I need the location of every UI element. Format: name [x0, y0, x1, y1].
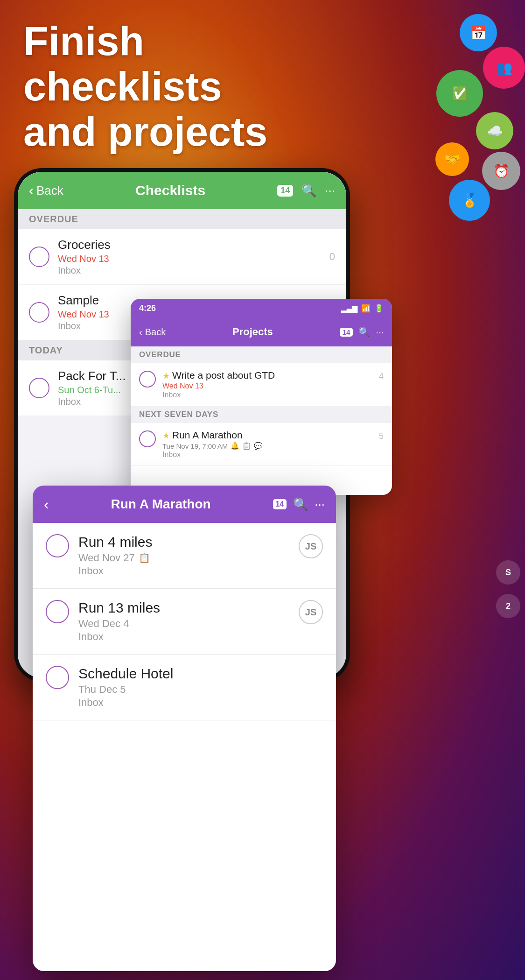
award-icon: 🏅: [449, 180, 490, 221]
avatar-text-13miles: JS: [305, 607, 316, 618]
side-circle-1: S: [496, 560, 520, 585]
search-icon-checklists[interactable]: 🔍: [301, 183, 316, 198]
projects-nav-icons: 14 🔍 ···: [340, 326, 384, 338]
hotel-content: Schedule Hotel Thu Dec 5 Inbox: [78, 666, 323, 709]
4miles-content: Run 4 miles Wed Nov 27 📋 Inbox: [78, 534, 289, 577]
back-button-projects[interactable]: ‹ Back: [139, 327, 166, 338]
4miles-inbox: Inbox: [78, 565, 289, 577]
hero-line1: Finish checklists: [23, 18, 222, 109]
avatar-4miles: JS: [299, 534, 323, 558]
check-gtd[interactable]: [139, 371, 156, 388]
projects-item-marathon[interactable]: ★ Run A Marathon Tue Nov 19, 7:00 AM 🔔 📋…: [131, 423, 392, 466]
note-icon-4miles: 📋: [139, 552, 150, 564]
13miles-content: Run 13 miles Wed Dec 4 Inbox: [78, 600, 289, 643]
projects-next7-header: NEXT SEVEN DAYS: [131, 406, 392, 423]
chat-icon: 💬: [254, 442, 263, 450]
hotel-title: Schedule Hotel: [78, 666, 323, 682]
check-groceries[interactable]: [29, 247, 49, 267]
back-label-checklists: Back: [36, 183, 63, 198]
marathon-title: ★ Run A Marathon: [162, 430, 372, 441]
checklists-title: Checklists: [63, 183, 277, 198]
gtd-count: 4: [379, 370, 384, 381]
marathon-item-4miles[interactable]: Run 4 miles Wed Nov 27 📋 Inbox JS: [33, 523, 336, 589]
projects-navbar: ‹ Back Projects 14 🔍 ···: [131, 317, 392, 346]
gtd-title-text: Write a post about GTD: [172, 370, 275, 381]
marathon-date-row: Tue Nov 19, 7:00 AM 🔔 📋 💬: [162, 442, 372, 450]
groceries-inbox: Inbox: [58, 265, 321, 276]
more-icon-marathon[interactable]: ···: [315, 497, 325, 512]
floating-icons: 📅 👥 ✅ ☁️ 🤝 ⏰ 🏅: [408, 5, 525, 201]
back-label-projects: Back: [145, 327, 166, 338]
projects-item-gtd[interactable]: ★ Write a post about GTD Wed Nov 13 Inbo…: [131, 363, 392, 406]
groceries-title: Groceries: [58, 238, 321, 252]
groceries-content: Groceries Wed Nov 13 Inbox: [58, 238, 321, 276]
check-4miles[interactable]: [46, 534, 69, 557]
4miles-title: Run 4 miles: [78, 534, 289, 550]
team-icon: 🤝: [435, 142, 469, 176]
check-13miles[interactable]: [46, 600, 69, 623]
list-item-groceries[interactable]: Groceries Wed Nov 13 Inbox 0: [18, 229, 346, 285]
hotel-date: Thu Dec 5: [78, 684, 126, 696]
13miles-date-row: Wed Dec 4: [78, 618, 289, 630]
avatar-13miles: JS: [299, 600, 323, 624]
marathon-navbar: ‹ Run A Marathon 14 🔍 ···: [33, 486, 336, 523]
projects-title: Projects: [166, 326, 340, 338]
4miles-date: Wed Nov 27: [78, 552, 135, 564]
check-sample[interactable]: [29, 302, 49, 323]
alarm-icon: 🔔: [231, 442, 239, 450]
marathon-date: Tue Nov 19, 7:00 AM: [162, 442, 228, 450]
star-gtd: ★: [162, 371, 172, 381]
marathon-item-13miles[interactable]: Run 13 miles Wed Dec 4 Inbox JS: [33, 589, 336, 655]
calendar-icon: 📅: [460, 14, 497, 51]
clock-icon: ⏰: [482, 152, 520, 190]
back-chevron-marathon[interactable]: ‹: [44, 496, 49, 513]
gtd-title: ★ Write a post about GTD: [162, 370, 372, 381]
checklist-icon: ✅: [436, 70, 483, 117]
hero-line2: and projects: [23, 108, 267, 155]
check-pack[interactable]: [29, 378, 49, 398]
groceries-count: 0: [329, 251, 335, 263]
more-icon-checklists[interactable]: ···: [325, 183, 335, 198]
back-button-checklists[interactable]: ‹ Back: [29, 183, 63, 198]
gtd-inbox: Inbox: [162, 391, 372, 399]
marathon-detail-screen: ‹ Run A Marathon 14 🔍 ··· Run 4 miles We…: [33, 486, 336, 971]
hero-title: Finish checklists and projects: [23, 19, 294, 154]
marathon-item-hotel[interactable]: Schedule Hotel Thu Dec 5 Inbox: [33, 655, 336, 720]
marathon-count: 5: [379, 430, 384, 441]
checklists-nav-icons: 14 🔍 ···: [277, 183, 335, 198]
battery-icon: 🔋: [374, 304, 384, 313]
signal-icon: ▂▄▆: [341, 304, 357, 313]
side-decoration: S 2: [496, 560, 520, 627]
13miles-date: Wed Dec 4: [78, 618, 129, 630]
projects-overdue-header: OVERDUE: [131, 346, 392, 363]
back-chevron-projects: ‹: [139, 327, 142, 338]
4miles-date-row: Wed Nov 27 📋: [78, 552, 289, 564]
people-icon: 👥: [483, 47, 525, 89]
gtd-content: ★ Write a post about GTD Wed Nov 13 Inbo…: [162, 370, 372, 399]
more-icon-projects[interactable]: ···: [376, 327, 384, 338]
cloud-icon: ☁️: [476, 112, 513, 149]
13miles-inbox: Inbox: [78, 631, 289, 643]
marathon-inbox: Inbox: [162, 451, 372, 459]
marathon-content: ★ Run A Marathon Tue Nov 19, 7:00 AM 🔔 📋…: [162, 430, 372, 459]
marathon-nav-icons: 14 🔍 ···: [273, 497, 325, 512]
status-icons: ▂▄▆ 📶 🔋: [341, 304, 384, 313]
marathon-title-text: Run A Marathon: [172, 430, 243, 440]
hotel-date-row: Thu Dec 5: [78, 684, 323, 696]
checklists-badge: 14: [277, 185, 293, 197]
notes-icon: 📋: [242, 442, 251, 450]
search-icon-projects[interactable]: 🔍: [358, 326, 370, 338]
avatar-text-4miles: JS: [305, 541, 316, 552]
checklists-navbar: ‹ Back Checklists 14 🔍 ···: [18, 172, 346, 209]
check-hotel[interactable]: [46, 666, 69, 689]
marathon-badge: 14: [273, 499, 287, 509]
check-marathon[interactable]: [139, 430, 156, 447]
back-chevron-icon: ‹: [29, 183, 34, 198]
gtd-date: Wed Nov 13: [162, 382, 372, 390]
status-time: 4:26: [139, 303, 156, 313]
search-icon-marathon[interactable]: 🔍: [293, 497, 308, 512]
star-marathon: ★: [162, 431, 172, 440]
groceries-date: Wed Nov 13: [58, 254, 321, 264]
marathon-screen-title: Run A Marathon: [56, 497, 266, 512]
hotel-inbox: Inbox: [78, 697, 323, 709]
